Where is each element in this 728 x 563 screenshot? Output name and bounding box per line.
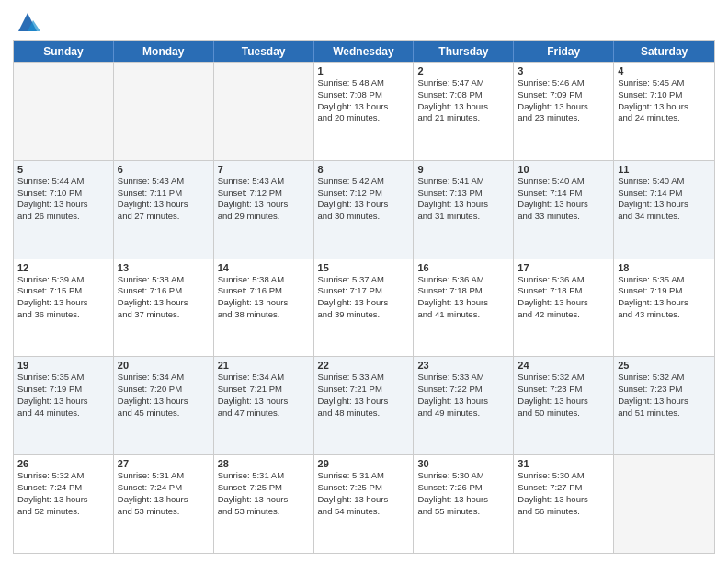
- cell-text: Daylight: 13 hours: [417, 101, 509, 113]
- day-number: 10: [518, 164, 609, 175]
- day-number: 23: [417, 360, 509, 371]
- day-cell-1: 1Sunrise: 5:48 AMSunset: 7:08 PMDaylight…: [314, 63, 415, 160]
- week-row-4: 19Sunrise: 5:35 AMSunset: 7:19 PMDayligh…: [14, 356, 714, 454]
- cell-text: Daylight: 13 hours: [618, 101, 711, 113]
- cell-text: Sunrise: 5:45 AM: [618, 77, 711, 89]
- cell-text: Sunrise: 5:37 AM: [318, 274, 410, 286]
- day-number: 27: [118, 458, 210, 469]
- day-header-monday: Monday: [114, 41, 214, 62]
- day-number: 28: [218, 458, 310, 469]
- calendar-header: SundayMondayTuesdayWednesdayThursdayFrid…: [14, 41, 714, 62]
- day-cell-6: 6Sunrise: 5:43 AMSunset: 7:11 PMDaylight…: [114, 161, 214, 259]
- day-cell-10: 10Sunrise: 5:40 AMSunset: 7:14 PMDayligh…: [514, 161, 614, 259]
- cell-text: Daylight: 13 hours: [118, 494, 210, 506]
- cell-text: Daylight: 13 hours: [518, 396, 609, 408]
- day-number: 8: [318, 164, 410, 175]
- cell-text: and 53 minutes.: [218, 506, 310, 518]
- cell-text: Sunset: 7:10 PM: [17, 188, 109, 200]
- cell-text: Sunrise: 5:34 AM: [118, 372, 210, 384]
- day-cell-30: 30Sunrise: 5:30 AMSunset: 7:26 PMDayligh…: [414, 455, 514, 553]
- calendar: SundayMondayTuesdayWednesdayThursdayFrid…: [13, 40, 715, 554]
- day-number: 6: [118, 164, 210, 175]
- cell-text: Daylight: 13 hours: [518, 297, 609, 309]
- day-cell-23: 23Sunrise: 5:33 AMSunset: 7:22 PMDayligh…: [414, 357, 514, 454]
- cell-text: and 26 minutes.: [17, 211, 109, 223]
- cell-text: Sunset: 7:19 PM: [17, 384, 109, 396]
- cell-text: Sunrise: 5:43 AM: [218, 176, 310, 188]
- cell-text: and 30 minutes.: [318, 211, 410, 223]
- cell-text: Daylight: 13 hours: [318, 199, 410, 211]
- cell-text: and 31 minutes.: [417, 211, 509, 223]
- cell-text: Sunrise: 5:31 AM: [318, 470, 410, 482]
- cell-text: Sunrise: 5:30 AM: [518, 470, 609, 482]
- calendar-body: 1Sunrise: 5:48 AMSunset: 7:08 PMDaylight…: [14, 62, 714, 553]
- empty-cell: [214, 63, 314, 160]
- day-number: 19: [17, 360, 109, 371]
- day-cell-4: 4Sunrise: 5:45 AMSunset: 7:10 PMDaylight…: [614, 63, 714, 160]
- cell-text: and 33 minutes.: [518, 211, 609, 223]
- day-number: 22: [318, 360, 410, 371]
- cell-text: Sunrise: 5:32 AM: [618, 372, 711, 384]
- cell-text: Daylight: 13 hours: [417, 494, 509, 506]
- day-number: 9: [417, 164, 509, 175]
- day-number: 14: [218, 262, 310, 273]
- day-cell-14: 14Sunrise: 5:38 AMSunset: 7:16 PMDayligh…: [214, 259, 314, 357]
- cell-text: Sunrise: 5:40 AM: [618, 176, 711, 188]
- day-header-sunday: Sunday: [14, 41, 114, 62]
- cell-text: and 21 minutes.: [417, 112, 509, 124]
- day-cell-27: 27Sunrise: 5:31 AMSunset: 7:24 PMDayligh…: [114, 455, 214, 553]
- cell-text: Daylight: 13 hours: [17, 297, 109, 309]
- cell-text: Daylight: 13 hours: [218, 297, 310, 309]
- cell-text: Sunset: 7:24 PM: [17, 482, 109, 494]
- cell-text: Daylight: 13 hours: [318, 297, 410, 309]
- cell-text: Sunrise: 5:30 AM: [417, 470, 509, 482]
- cell-text: and 23 minutes.: [518, 112, 609, 124]
- cell-text: Sunset: 7:19 PM: [618, 285, 711, 297]
- day-number: 24: [518, 360, 609, 371]
- cell-text: Daylight: 13 hours: [118, 297, 210, 309]
- day-header-tuesday: Tuesday: [214, 41, 314, 62]
- cell-text: Sunrise: 5:39 AM: [17, 274, 109, 286]
- day-cell-21: 21Sunrise: 5:34 AMSunset: 7:21 PMDayligh…: [214, 357, 314, 454]
- day-header-friday: Friday: [514, 41, 614, 62]
- cell-text: Sunset: 7:27 PM: [518, 482, 609, 494]
- cell-text: and 39 minutes.: [318, 309, 410, 321]
- cell-text: Daylight: 13 hours: [318, 101, 410, 113]
- header: [13, 9, 715, 35]
- cell-text: Daylight: 13 hours: [417, 199, 509, 211]
- cell-text: and 41 minutes.: [417, 309, 509, 321]
- cell-text: Sunset: 7:24 PM: [118, 482, 210, 494]
- week-row-2: 5Sunrise: 5:44 AMSunset: 7:10 PMDaylight…: [14, 160, 714, 259]
- cell-text: and 48 minutes.: [318, 408, 410, 419]
- empty-cell: [614, 455, 714, 553]
- cell-text: and 27 minutes.: [118, 211, 210, 223]
- cell-text: Daylight: 13 hours: [518, 101, 609, 113]
- cell-text: and 36 minutes.: [17, 309, 109, 321]
- day-cell-13: 13Sunrise: 5:38 AMSunset: 7:16 PMDayligh…: [114, 259, 214, 357]
- cell-text: and 47 minutes.: [218, 408, 310, 419]
- cell-text: Sunset: 7:09 PM: [518, 89, 609, 101]
- cell-text: Daylight: 13 hours: [118, 396, 210, 408]
- day-number: 3: [518, 65, 609, 76]
- cell-text: Daylight: 13 hours: [518, 494, 609, 506]
- cell-text: Sunset: 7:25 PM: [218, 482, 310, 494]
- cell-text: Sunset: 7:18 PM: [417, 285, 509, 297]
- cell-text: Sunrise: 5:41 AM: [417, 176, 509, 188]
- cell-text: Sunrise: 5:48 AM: [318, 77, 410, 89]
- cell-text: Sunset: 7:26 PM: [417, 482, 509, 494]
- cell-text: and 53 minutes.: [118, 506, 210, 518]
- day-cell-7: 7Sunrise: 5:43 AMSunset: 7:12 PMDaylight…: [214, 161, 314, 259]
- day-number: 5: [17, 164, 109, 175]
- cell-text: Daylight: 13 hours: [417, 396, 509, 408]
- cell-text: Sunrise: 5:33 AM: [417, 372, 509, 384]
- day-number: 12: [17, 262, 109, 273]
- day-cell-17: 17Sunrise: 5:36 AMSunset: 7:18 PMDayligh…: [514, 259, 614, 357]
- cell-text: Sunset: 7:20 PM: [118, 384, 210, 396]
- cell-text: Sunrise: 5:36 AM: [518, 274, 609, 286]
- cell-text: and 49 minutes.: [417, 408, 509, 419]
- cell-text: Sunset: 7:21 PM: [218, 384, 310, 396]
- cell-text: Sunset: 7:25 PM: [318, 482, 410, 494]
- day-cell-25: 25Sunrise: 5:32 AMSunset: 7:23 PMDayligh…: [614, 357, 714, 454]
- day-cell-16: 16Sunrise: 5:36 AMSunset: 7:18 PMDayligh…: [414, 259, 514, 357]
- day-number: 2: [417, 65, 509, 76]
